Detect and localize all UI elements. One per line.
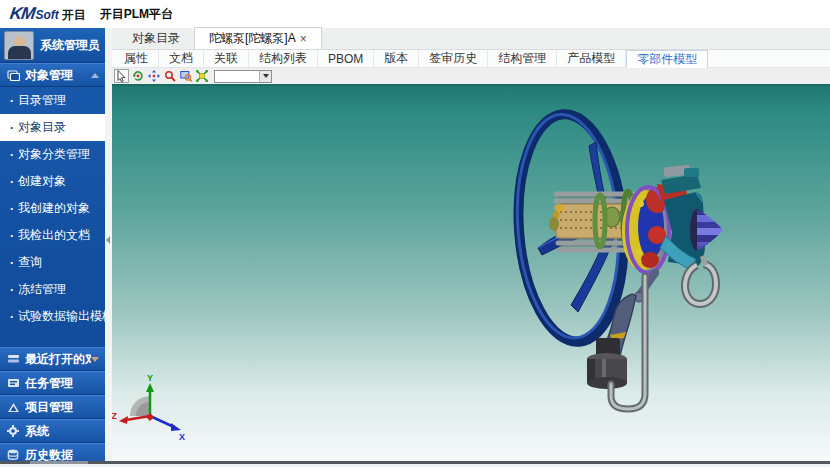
rotate-view-icon[interactable] [130,69,145,83]
sidebar-item-label: 试验数据输出模板 [18,308,105,325]
subtab-label: 属性 [124,50,148,67]
sidebar-item-label: 我检出的文档 [18,227,90,244]
pan-view-icon[interactable] [146,69,161,83]
sidebar-collapse-icon[interactable] [106,236,110,244]
subtab-label: 结构管理 [498,50,546,67]
subtab-label: 签审历史 [429,50,477,67]
sidebar-item-object-catalog[interactable]: ·对象目录 [0,114,105,141]
sidebar-group-label: 项目管理 [25,399,99,416]
zoom-dynamic-icon[interactable] [162,69,177,83]
sidebar: 系统管理员 对象管理 ·目录管理 ·对象目录 ·对象分类管理 ·创建对象 ·我创… [0,28,105,467]
axis-x-label: X [179,432,185,442]
km-soft-logo: KM Soft 开目 [10,4,86,24]
subtab-label: 关联 [214,50,238,67]
item-bullet: · [10,121,14,135]
tab-object-catalog[interactable]: 对象目录 [118,27,194,49]
viewer-toolbar [112,68,830,84]
viewport-top-edge [112,84,830,86]
sidebar-item-catalog-management[interactable]: ·目录管理 [0,87,105,114]
expand-down-icon[interactable] [91,357,99,362]
plm-application: KM Soft 开目 开目PLM平台 系统管理员 对象管理 ·目录管理 ·对象目… [0,0,830,467]
subtab-label: 版本 [384,50,408,67]
avatar-head [14,36,25,47]
sidebar-item-label: 对象目录 [18,119,66,136]
tab-label: 陀螺泵[陀螺泵]A [209,30,296,47]
item-bullet: · [10,310,14,324]
database-icon [6,449,20,461]
sidebar-group-object-management[interactable]: 对象管理 [0,63,105,87]
sidebar-group-label: 系统 [25,423,99,440]
subtab-label: 结构列表 [259,50,307,67]
user-avatar[interactable] [4,31,34,60]
subtab-structure-list[interactable]: 结构列表 [249,50,318,67]
task-board-icon [6,377,20,389]
cad-viewport[interactable]: Y Z X [112,84,830,462]
zoom-window-icon[interactable] [178,69,193,83]
logo-cn-text: 开目 [62,7,86,24]
chevron-down-icon [263,74,269,78]
select-cursor-icon[interactable] [114,69,129,83]
item-bullet: · [10,94,14,108]
item-bullet: · [10,175,14,189]
platform-title: 开目PLM平台 [100,6,173,23]
sidebar-item-label: 目录管理 [18,92,66,109]
sidebar-group-task-management[interactable]: 任务管理 [0,371,105,395]
sidebar-splitter[interactable] [105,28,112,462]
sidebar-bottom-groups: 最近打开的对象 任务管理 项目管理 系统 [0,347,105,467]
sidebar-item-my-created-objects[interactable]: ·我创建的对象 [0,195,105,222]
subtab-approval-history[interactable]: 签审历史 [419,50,488,67]
sidebar-items: ·目录管理 ·对象目录 ·对象分类管理 ·创建对象 ·我创建的对象 ·我检出的文… [0,87,105,330]
user-name: 系统管理员 [40,37,100,54]
user-panel: 系统管理员 [0,28,105,63]
subtab-structure-management[interactable]: 结构管理 [488,50,557,67]
subtab-properties[interactable]: 属性 [114,50,159,67]
subtab-part-model[interactable]: 零部件模型 [626,50,708,68]
sidebar-item-label: 创建对象 [18,173,66,190]
tab-label: 对象目录 [132,30,180,47]
gyro-pump-model-canvas[interactable]: Y Z X [112,84,830,462]
subtab-associations[interactable]: 关联 [204,50,249,67]
sidebar-item-my-checked-out-docs[interactable]: ·我检出的文档 [0,222,105,249]
subtab-product-model[interactable]: 产品模型 [557,50,626,67]
sidebar-item-freeze-management[interactable]: ·冻结管理 [0,276,105,303]
detail-subtabbar: 属性 文档 关联 结构列表 PBOM 版本 签审历史 结构管理 产品模型 零部件… [112,50,830,68]
tab-gyro-pump[interactable]: 陀螺泵[陀螺泵]A × [194,27,322,49]
item-bullet: · [10,202,14,216]
folder-stack-icon [6,69,20,81]
tab-close-icon[interactable]: × [300,32,307,46]
subtab-documents[interactable]: 文档 [159,50,204,67]
subtab-label: 产品模型 [567,50,615,67]
dropdown-button[interactable] [259,71,271,82]
sidebar-item-label: 冻结管理 [18,281,66,298]
document-tabbar: 对象目录 陀螺泵[陀螺泵]A × [112,28,830,50]
sidebar-item-object-classification[interactable]: ·对象分类管理 [0,141,105,168]
sidebar-item-create-object[interactable]: ·创建对象 [0,168,105,195]
fit-all-icon[interactable] [194,69,209,83]
sidebar-item-test-data-template[interactable]: ·试验数据输出模板 [0,303,105,330]
logo-km-mark: KM [9,4,36,24]
project-chart-icon [6,401,20,413]
sidebar-item-label: 查询 [18,254,42,271]
avatar-body [8,46,31,60]
item-bullet: · [10,256,14,270]
app-header: KM Soft 开目 开目PLM平台 [0,0,830,28]
axis-y-label: Y [147,373,153,383]
sidebar-group-project-management[interactable]: 项目管理 [0,395,105,419]
sidebar-group-label: 最近打开的对象 [25,351,91,368]
sidebar-group-system[interactable]: 系统 [0,419,105,443]
subtab-pbom[interactable]: PBOM [318,50,374,67]
viewport-background [112,84,830,462]
axis-z-label: Z [112,411,118,421]
view-preset-dropdown[interactable] [214,70,272,83]
sidebar-item-query[interactable]: ·查询 [0,249,105,276]
sidebar-group-label: 任务管理 [25,375,99,392]
collapse-up-icon[interactable] [91,73,99,78]
subtab-versions[interactable]: 版本 [374,50,419,67]
item-bullet: · [10,229,14,243]
sidebar-group-recent-objects[interactable]: 最近打开的对象 [0,347,105,371]
sidebar-item-label: 我创建的对象 [18,200,90,217]
gear-icon [6,425,20,437]
recent-objects-icon [6,353,20,365]
subtab-label: 零部件模型 [637,51,697,68]
item-bullet: · [10,283,14,297]
